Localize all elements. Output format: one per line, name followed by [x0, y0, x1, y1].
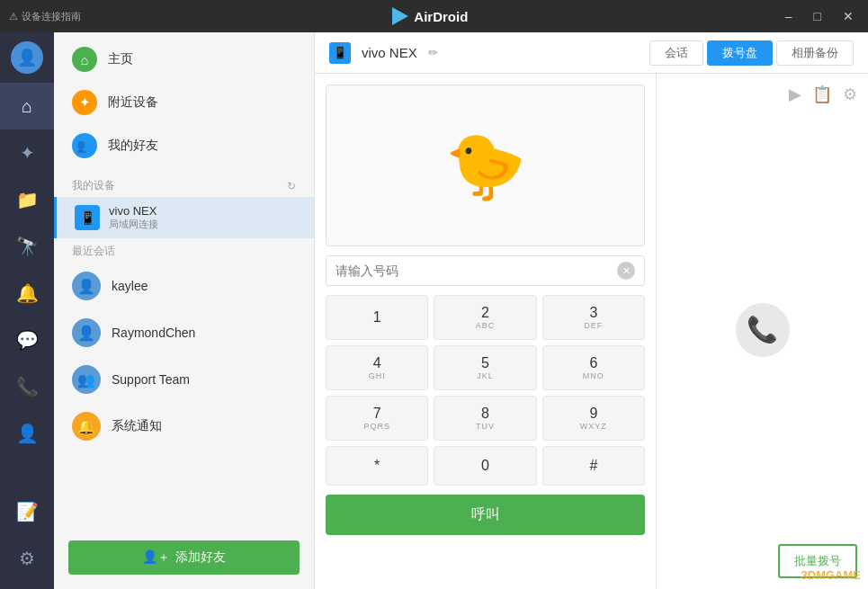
friends-nav-icon: 👥 [72, 133, 97, 158]
call-button[interactable]: 呼叫 [326, 495, 645, 535]
sidebar-item-notification[interactable]: 🔔 [0, 270, 54, 317]
titlebar-left: ⚠ 设备连接指南 [9, 10, 81, 23]
contact-item-raymond[interactable]: 👤 RaymondChen [54, 309, 314, 356]
edit-device-name-icon[interactable]: ✏ [428, 46, 438, 59]
nav-section: ⌂ 主页 ✦ 附近设备 👥 我的好友 [54, 32, 314, 173]
key-btn-2[interactable]: 2ABC [434, 295, 536, 340]
sidebar-item-contacts[interactable]: 👤 [0, 410, 54, 457]
device-item-vivo[interactable]: 📱 vivo NEX 局域网连接 [54, 197, 314, 238]
duck-decoration: 🐤 [445, 128, 526, 204]
sidebar-item-home[interactable]: ⌂ [0, 83, 54, 129]
tab-backup[interactable]: 相册备份 [776, 40, 854, 66]
dialer-panel: 🐤 ✕ 12ABC3DEF4GHI5JKL6MNO7PQRS8TUV9WXYZ*… [315, 74, 657, 589]
home-nav-icon: ⌂ [72, 47, 97, 72]
key-btn-8[interactable]: 8TUV [434, 396, 536, 441]
titlebar: ⚠ 设备连接指南 AirDroid – □ ✕ [0, 0, 868, 32]
sidebar-item-folder[interactable]: 📁 [0, 176, 54, 223]
tabs-bar: 会话 拨号盘 相册备份 [646, 40, 854, 66]
settings-panel-icon[interactable]: ⚙ [843, 85, 857, 104]
contact-avatar-raymond: 👤 [72, 318, 101, 347]
nav-item-home[interactable]: ⌂ 主页 [54, 38, 314, 81]
binocular-icon: 🔭 [16, 236, 39, 257]
contact-item-kaylee[interactable]: 👤 kaylee [54, 263, 314, 309]
right-panel: 📱 vivo NEX ✏ 会话 拨号盘 相册备份 [315, 32, 868, 589]
contact-avatar-system: 🔔 [72, 412, 101, 441]
sidebar-item-message[interactable]: 💬 [0, 317, 54, 363]
main-content: 👤 ⌂ ✦ 📁 🔭 🔔 💬 📞 👤 📝 [0, 32, 868, 589]
left-panel: ⌂ 主页 ✦ 附近设备 👥 我的好友 我的设备 ↻ 📱 vivo NEX 局域网… [54, 32, 315, 589]
nearby-icon: ✦ [20, 142, 35, 164]
device-phone-icon: 📱 [75, 205, 100, 230]
keypad: 12ABC3DEF4GHI5JKL6MNO7PQRS8TUV9WXYZ*0# [326, 295, 645, 486]
sidebar-bottom: 📝 ⚙ [0, 488, 54, 589]
call-icon: 📞 [16, 376, 39, 397]
sidebar-item-note[interactable]: 📝 [0, 488, 54, 535]
note-icon: 📝 [16, 501, 39, 522]
contact-placeholder: 📞 [736, 303, 790, 357]
add-friend-button[interactable]: 👤＋ 添加好友 [68, 540, 300, 575]
sidebar-item-nearby[interactable]: ✦ [0, 129, 54, 176]
device-info: vivo NEX 局域网连接 [109, 204, 158, 231]
dialer-input[interactable] [336, 263, 617, 278]
sidebar-item-call[interactable]: 📞 [0, 363, 54, 410]
nav-item-nearby[interactable]: ✦ 附近设备 [54, 81, 314, 124]
clear-input-button[interactable]: ✕ [617, 262, 635, 280]
airdroid-logo-icon [392, 7, 408, 25]
dialer-display: 🐤 [326, 85, 645, 246]
dialer-input-row: ✕ [326, 255, 645, 286]
sidebar-icons: 👤 ⌂ ✦ 📁 🔭 🔔 💬 📞 👤 📝 [0, 32, 54, 589]
restore-button[interactable]: □ [809, 7, 827, 25]
key-btn-5[interactable]: 5JKL [434, 345, 536, 390]
recent-conversations-section: 最近会话 [54, 238, 314, 263]
key-btn-3[interactable]: 3DEF [542, 295, 645, 340]
add-friend-icon: 👤＋ [142, 549, 170, 566]
message-icon: 💬 [16, 329, 39, 351]
key-btn-1[interactable]: 1 [326, 295, 428, 340]
tab-conversation[interactable]: 会话 [649, 40, 703, 66]
key-btn-7[interactable]: 7PQRS [326, 396, 428, 441]
device-connection-guide[interactable]: ⚠ 设备连接指南 [9, 10, 81, 23]
key-btn-9[interactable]: 9WXYZ [542, 396, 645, 441]
close-button[interactable]: ✕ [837, 7, 859, 25]
content-area: 🐤 ✕ 12ABC3DEF4GHI5JKL6MNO7PQRS8TUV9WXYZ*… [315, 74, 868, 589]
right-panel-container: 📱 vivo NEX ✏ 会话 拨号盘 相册备份 [315, 32, 868, 589]
watermark: 3DMGAME [801, 568, 861, 582]
nav-item-friends[interactable]: 👥 我的好友 [54, 124, 314, 167]
home-icon: ⌂ [22, 96, 32, 117]
bell-icon: 🔔 [16, 282, 39, 304]
contact-card-area: 📞 [667, 115, 857, 544]
folder-icon: 📁 [16, 189, 39, 210]
key-btn-0[interactable]: 0 [434, 446, 536, 486]
user-avatar[interactable]: 👤 [11, 41, 43, 74]
contact-avatar-kaylee: 👤 [72, 272, 101, 300]
contact-list-icon[interactable]: 📋 [812, 85, 832, 104]
my-devices-section: 我的设备 ↻ [54, 173, 314, 197]
tab-dialpad[interactable]: 拨号盘 [707, 40, 773, 66]
user-avatar-wrap[interactable]: 👤 [0, 32, 54, 83]
play-icon[interactable]: ▶ [789, 85, 801, 104]
sidebar-item-search[interactable]: 🔭 [0, 223, 54, 270]
contacts-icon: 👤 [16, 423, 39, 444]
contact-avatar-support: 👥 [72, 365, 101, 394]
key-btn-*[interactable]: * [326, 446, 428, 486]
window-controls: – □ ✕ [780, 7, 859, 25]
titlebar-title: AirDroid [392, 7, 468, 25]
user-icon: 👤 [17, 48, 37, 67]
device-header-phone-icon: 📱 [329, 42, 351, 64]
minimize-button[interactable]: – [780, 7, 798, 25]
phone-placeholder-icon: 📞 [736, 303, 790, 357]
contact-item-support-team[interactable]: 👥 Support Team [54, 356, 314, 403]
gear-icon: ⚙ [19, 548, 35, 569]
refresh-icon[interactable]: ↻ [287, 180, 296, 192]
sidebar-item-settings[interactable]: ⚙ [0, 535, 54, 582]
contact-panel-icons: ▶ 📋 ⚙ [789, 85, 857, 104]
contact-item-system[interactable]: 🔔 系统通知 [54, 403, 314, 450]
contact-panel: ▶ 📋 ⚙ 📞 批量拨号 [657, 74, 868, 589]
device-header: 📱 vivo NEX ✏ 会话 拨号盘 相册备份 [315, 32, 868, 74]
nearby-nav-icon: ✦ [72, 90, 97, 115]
key-btn-4[interactable]: 4GHI [326, 345, 428, 390]
key-btn-6[interactable]: 6MNO [542, 345, 645, 390]
alert-icon: ⚠ [9, 11, 18, 22]
key-btn-#[interactable]: # [542, 446, 645, 486]
